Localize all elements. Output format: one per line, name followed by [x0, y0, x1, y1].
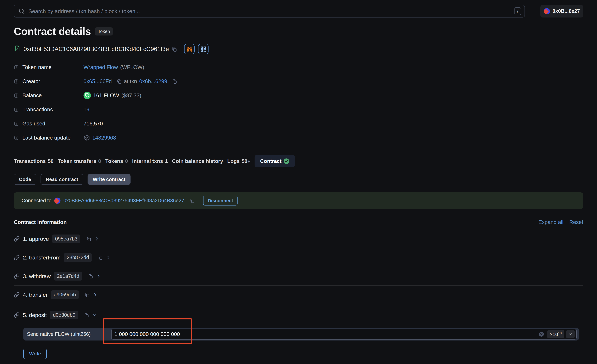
tab-count: 1 [165, 158, 168, 164]
copy-creator-address-icon[interactable] [117, 79, 122, 84]
wallet-account-button[interactable]: 0x0B...6e27 [540, 5, 583, 17]
section-title: Contract information [14, 219, 67, 225]
copy-selector-icon[interactable] [86, 236, 91, 241]
copy-connected-address-icon[interactable] [190, 198, 195, 203]
copy-selector-icon[interactable] [85, 292, 90, 297]
info-hint-icon[interactable] [14, 79, 19, 84]
method-name: 5. deposit [23, 312, 47, 318]
write-methods-list: 1. approve 095ea7b3 2. transferFrom 23b8… [14, 230, 583, 364]
add-to-metamask-button[interactable] [184, 44, 195, 54]
contract-subtabs: Code Read contract Write contract [14, 174, 583, 185]
info-label-text: Last balance update [22, 135, 71, 141]
info-row-transactions: Transactions 19 [14, 106, 583, 113]
multiplier-dropdown-button[interactable] [566, 330, 575, 338]
chevron-right-icon[interactable] [94, 237, 99, 241]
contract-details-page: / 0x0B...6e27 Contract details Token 0xd… [0, 5, 597, 364]
write-button[interactable]: Write [23, 349, 47, 359]
info-label-text: Token name [22, 64, 52, 70]
chevron-down-icon[interactable] [92, 313, 97, 317]
tab-tokens[interactable]: Tokens0 [105, 155, 128, 167]
chevron-right-icon[interactable] [96, 274, 101, 279]
link-anchor-icon[interactable] [14, 255, 20, 260]
chevron-right-icon[interactable] [93, 293, 97, 297]
method-row-deposit[interactable]: 5. deposit d0e30db0 [14, 304, 583, 324]
tab-count: 50 [48, 158, 54, 164]
tab-internal-txns[interactable]: Internal txns1 [132, 155, 168, 167]
info-hint-icon[interactable] [14, 65, 19, 70]
method-selector-badge: a9059cbb [51, 290, 79, 299]
verified-contract-icon [14, 45, 21, 53]
link-anchor-icon[interactable] [14, 273, 20, 279]
info-hint-icon[interactable] [14, 93, 19, 98]
subtab-write-contract[interactable]: Write contract [87, 174, 131, 185]
method-block-deposit: 5. deposit d0e30db0 Send native FLOW (ui… [14, 304, 583, 364]
disconnect-button[interactable]: Disconnect [203, 196, 237, 206]
qr-code-button[interactable] [198, 44, 209, 54]
tab-contract[interactable]: Contract [255, 155, 295, 167]
reset-link[interactable]: Reset [569, 219, 583, 225]
topbar: / 0x0B...6e27 [14, 5, 583, 17]
info-hint-icon[interactable] [14, 121, 19, 126]
info-label-text: Gas used [22, 121, 45, 127]
send-native-flow-label: Send native FLOW (uint256) [27, 331, 111, 337]
method-row-withdraw[interactable]: 3. withdraw 2e1a7d4d [14, 267, 583, 286]
amount-input-wrap: ×1018 [111, 329, 577, 340]
token-symbol: (WFLOW) [120, 64, 144, 70]
info-row-balance: Balance 161 FLOW ($87.33) [14, 92, 583, 99]
info-row-gas-used: Gas used 716,570 [14, 120, 583, 127]
expand-all-link[interactable]: Expand all [538, 219, 563, 225]
tab-logs[interactable]: Logs50+ [227, 155, 251, 167]
wallet-connected-banner: Connected to 0x0B8EA6d6983cCBa39275493FE… [14, 192, 583, 209]
transactions-count-link[interactable]: 19 [84, 107, 89, 113]
method-selector-badge: 095ea7b3 [52, 234, 80, 243]
copy-selector-icon[interactable] [98, 255, 103, 260]
balance-usd: ($87.33) [121, 92, 141, 99]
creator-address-link[interactable]: 0x65...66Fd [84, 78, 112, 85]
gas-used-value: 716,570 [84, 121, 103, 127]
last-balance-update-block-link[interactable]: 14829968 [92, 135, 116, 141]
clear-input-icon[interactable] [538, 331, 544, 337]
connected-wallet-address[interactable]: 0x0B8EA6d6983cCBa39275493FEf648a2D64B36e… [63, 198, 184, 204]
link-anchor-icon[interactable] [14, 312, 20, 318]
tab-token-transfers[interactable]: Token transfers0 [58, 155, 101, 167]
copy-selector-icon[interactable] [84, 313, 89, 318]
method-row-transferFrom[interactable]: 2. transferFrom 23b872dd [14, 248, 583, 267]
tab-transactions[interactable]: Transactions50 [14, 155, 54, 167]
tab-coin-balance-history[interactable]: Coin balance history [172, 155, 223, 167]
chevron-right-icon[interactable] [106, 255, 110, 260]
multiplier-badge[interactable]: ×1018 [547, 330, 564, 338]
info-label-text: Creator [22, 78, 40, 85]
info-hint-icon[interactable] [14, 135, 19, 140]
link-anchor-icon[interactable] [14, 292, 20, 298]
copy-address-icon[interactable] [172, 46, 177, 52]
copy-txn-hash-icon[interactable] [172, 79, 177, 84]
link-anchor-icon[interactable] [14, 236, 20, 242]
search-icon [18, 8, 25, 15]
page-title: Contract details [14, 25, 91, 38]
info-row-last-balance-update: Last balance update 14829968 [14, 134, 583, 141]
block-cube-icon [84, 134, 90, 141]
contract-address: 0xd3bF53DAC106A0290B0483EcBC89d40FcC961f… [24, 46, 169, 53]
wallet-address-short: 0x0B...6e27 [553, 8, 580, 14]
info-hint-icon[interactable] [14, 107, 19, 112]
search-bar[interactable]: / [14, 5, 525, 17]
connected-wallet-avatar [54, 198, 61, 204]
at-txn-label: at txn [124, 78, 137, 85]
method-name: 4. transfer [23, 292, 48, 298]
method-row-transfer[interactable]: 4. transfer a9059cbb [14, 286, 583, 304]
subtab-code[interactable]: Code [14, 174, 36, 185]
contract-information-header: Contract information Expand all Reset [14, 219, 583, 226]
subtab-read-contract[interactable]: Read contract [40, 174, 83, 185]
search-input[interactable] [28, 8, 514, 15]
copy-selector-icon[interactable] [88, 274, 93, 279]
amount-input[interactable] [114, 331, 538, 337]
wallet-avatar [544, 8, 550, 14]
token-name-link[interactable]: Wrapped Flow [84, 64, 118, 70]
deposit-form-row: Send native FLOW (uint256) ×1018 [23, 328, 579, 341]
method-row-approve[interactable]: 1. approve 095ea7b3 [14, 230, 583, 248]
method-name: 2. transferFrom [23, 255, 61, 261]
title-row: Contract details Token [14, 26, 583, 37]
flow-token-icon [84, 92, 91, 99]
creation-txn-link[interactable]: 0x6b...6299 [139, 78, 167, 85]
verified-check-icon [283, 158, 290, 164]
